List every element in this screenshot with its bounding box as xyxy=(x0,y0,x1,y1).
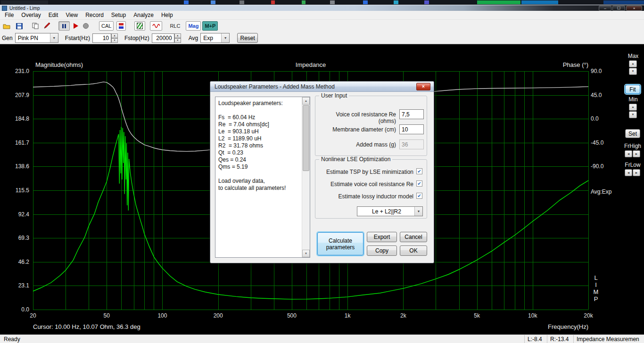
fit-button[interactable]: Fit xyxy=(625,85,640,94)
ok-button[interactable]: OK xyxy=(400,245,427,256)
titlebar[interactable]: Untitled - Limp – ☐ × xyxy=(0,5,644,11)
set-button[interactable]: Set xyxy=(625,129,640,138)
menu-overlay[interactable]: Overlay xyxy=(17,11,44,19)
open-button[interactable] xyxy=(3,21,10,31)
user-input-field[interactable] xyxy=(399,109,424,119)
x-tick-label: 50 xyxy=(97,312,116,319)
fstop-input[interactable]: 20000 xyxy=(152,33,174,43)
spin-up-icon[interactable]: ▲ xyxy=(629,60,637,67)
close-button[interactable]: × xyxy=(626,6,642,11)
taskbar-fragment xyxy=(603,0,644,4)
y-left-tick-label: 207.9 xyxy=(0,92,29,98)
avg-label: Avg xyxy=(189,35,198,41)
calculate-parameters-button[interactable]: Calculate parameters xyxy=(317,232,363,255)
rlc-button[interactable]: RLC xyxy=(170,21,180,31)
scroll-down-icon[interactable]: ▼ xyxy=(302,250,310,257)
y-left-tick-label: 46.2 xyxy=(0,259,29,265)
mp-label: M+P xyxy=(205,23,215,29)
maximize-button[interactable]: ☐ xyxy=(612,6,625,11)
status-mode: Impedance Measuremen xyxy=(573,335,644,343)
rlc-label: RLC xyxy=(170,23,180,29)
fr-measurement-icon xyxy=(119,23,124,29)
chevron-down-icon[interactable]: ▼ xyxy=(221,33,229,42)
spin-up-icon[interactable]: ▲ xyxy=(174,33,181,38)
status-bar: Ready L:-8.4 R:-13.4 Impedance Measureme… xyxy=(0,335,644,343)
fstop-spinner[interactable]: ▲ ▼ xyxy=(174,33,181,43)
scroll-up-icon[interactable]: ▲ xyxy=(302,97,310,105)
magnitude-phase-view-button[interactable]: M+P xyxy=(202,21,218,31)
export-button[interactable]: Export xyxy=(367,232,397,242)
frlow-stepper[interactable]: ◄ ► xyxy=(625,169,641,176)
copy-icon xyxy=(32,23,39,29)
generator-toolbar: Gen Pink PN ▼ Fstart(Hz) 10 ▲ ▼ Fstop(Hz… xyxy=(0,32,644,44)
results-scrollbar[interactable]: ▲ ▼ xyxy=(302,97,310,257)
arrow-right-icon[interactable]: ► xyxy=(633,150,640,157)
spectrum-button[interactable] xyxy=(134,21,145,31)
fr-measurement-button[interactable] xyxy=(116,21,126,31)
frhigh-label: FrHigh xyxy=(622,143,643,149)
x-tick-label: 20k xyxy=(579,312,598,319)
scrollbar-thumb[interactable] xyxy=(303,105,309,171)
averaging-select[interactable]: Exp ▼ xyxy=(200,33,230,43)
copy-button[interactable]: Copy xyxy=(367,245,397,256)
min-spinner[interactable]: ▲ ▼ xyxy=(629,104,637,119)
save-button[interactable] xyxy=(16,21,23,31)
fstart-input[interactable]: 10 xyxy=(92,33,111,43)
spin-up-icon[interactable]: ▲ xyxy=(629,104,637,111)
menu-edit[interactable]: Edit xyxy=(45,11,62,19)
menu-view[interactable]: View xyxy=(62,11,82,19)
cancel-button[interactable]: Cancel xyxy=(400,232,427,242)
parameters-line: Le = 903.18 uH xyxy=(218,128,300,135)
arrow-right-icon[interactable]: ► xyxy=(633,169,640,176)
menu-record[interactable]: Record xyxy=(82,11,107,19)
parameters-line xyxy=(218,107,300,114)
user-input-field[interactable] xyxy=(399,124,424,134)
reset-button[interactable]: Reset xyxy=(237,33,258,43)
input-label: Membrane diameter (cm) xyxy=(319,126,396,133)
calibrate-button[interactable]: CAL xyxy=(99,21,114,31)
y-left-tick-label: 115.5 xyxy=(0,187,29,194)
spin-down-icon[interactable]: ▼ xyxy=(629,111,637,118)
background-windows-strip[interactable] xyxy=(0,0,644,5)
mag-label: Mag xyxy=(188,23,198,29)
edit-pen-button[interactable] xyxy=(43,21,50,31)
menu-file[interactable]: File xyxy=(1,11,17,19)
taskbar-fragment xyxy=(184,0,189,4)
signal-generator-button[interactable] xyxy=(150,21,162,31)
left-axis-title: Magnitude(ohms) xyxy=(35,61,83,68)
pause-button[interactable] xyxy=(58,21,70,31)
spin-down-icon[interactable]: ▼ xyxy=(111,38,118,43)
menu-analyze[interactable]: Analyze xyxy=(130,11,157,19)
user-input-group: User Input Voice coil resistance Re (ohm… xyxy=(315,96,427,156)
spin-down-icon[interactable]: ▼ xyxy=(629,68,637,75)
play-button[interactable] xyxy=(74,21,78,31)
chevron-down-icon[interactable]: ▼ xyxy=(50,33,58,42)
checkbox[interactable]: ✔ xyxy=(416,180,422,187)
frhigh-stepper[interactable]: ◄ ► xyxy=(625,150,641,157)
copy-button[interactable] xyxy=(32,21,39,31)
taskbar-fragment xyxy=(271,0,275,4)
fstart-spinner[interactable]: ▲ ▼ xyxy=(111,33,118,43)
inductor-model-select[interactable]: Le + L2||R2 ▼ xyxy=(357,206,423,216)
y-left-tick-label: 0.0 xyxy=(0,306,29,313)
limp-letter: I xyxy=(593,281,599,288)
checkbox[interactable]: ✔ xyxy=(416,168,422,174)
y-right-tick-label: -90.0 xyxy=(591,163,613,170)
record-button[interactable] xyxy=(83,21,89,31)
magnitude-view-button[interactable]: Mag xyxy=(186,21,201,31)
checkbox[interactable]: ✔ xyxy=(416,193,422,199)
arrow-left-icon[interactable]: ◄ xyxy=(625,150,632,157)
menu-setup[interactable]: Setup xyxy=(107,11,130,19)
menu-help[interactable]: Help xyxy=(157,11,177,19)
limp-letter: L xyxy=(593,274,599,281)
chevron-down-icon[interactable]: ▼ xyxy=(414,207,422,216)
dialog-close-button[interactable]: × xyxy=(416,83,430,90)
spin-down-icon[interactable]: ▼ xyxy=(174,38,181,43)
arrow-left-icon[interactable]: ◄ xyxy=(625,169,632,176)
spin-up-icon[interactable]: ▲ xyxy=(111,33,118,38)
dialog-titlebar[interactable]: Loudspeaker Parameters - Added Mass Meth… xyxy=(210,82,434,92)
generator-type-select[interactable]: Pink PN ▼ xyxy=(15,33,58,43)
max-spinner[interactable]: ▲ ▼ xyxy=(629,60,637,75)
parameters-line: R2 = 31.78 ohms xyxy=(218,142,300,149)
minimize-button[interactable]: – xyxy=(599,6,611,11)
